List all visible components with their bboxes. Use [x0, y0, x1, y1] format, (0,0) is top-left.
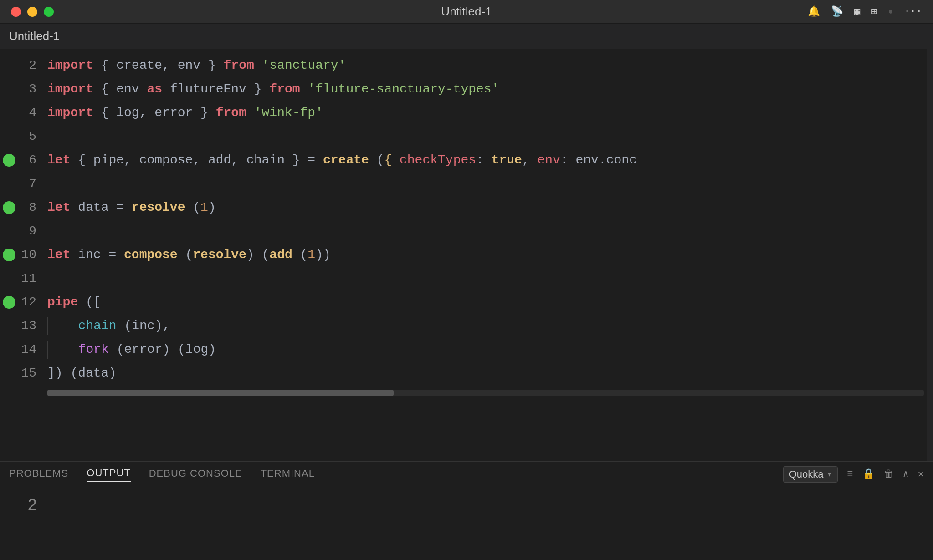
trash-icon[interactable]: 🗑 [884, 468, 894, 480]
line-number-4: 4 [15, 101, 47, 125]
token: 'sanctuary' [262, 58, 346, 72]
tab-debug-console[interactable]: DEBUG CONSOLE [149, 468, 242, 481]
token: from [269, 82, 300, 96]
token: )) [315, 248, 331, 262]
token: import [47, 58, 93, 72]
filter-icon[interactable]: ≡ [847, 468, 853, 480]
token: true [492, 153, 522, 167]
line-content-10: let inc = compose (resolve) (add (1)) [47, 243, 933, 267]
token: env [178, 58, 200, 72]
token: ) ( [246, 248, 269, 262]
line-content-2: import { create, env } from 'sanctuary' [47, 54, 933, 77]
code-line-5: 5 [0, 125, 933, 148]
token: ) [208, 200, 216, 214]
token: add [269, 248, 292, 262]
token: from [224, 58, 254, 72]
vertical-scrollbar[interactable] [927, 49, 933, 461]
token: 'fluture-sanctuary-types' [308, 82, 499, 96]
tabbar: Untitled-1 [0, 24, 933, 49]
token: , [162, 58, 178, 72]
window-title: Untitled-1 [441, 5, 492, 19]
minimize-button[interactable] [27, 7, 37, 17]
scrollbar-thumb[interactable] [47, 390, 394, 396]
code-line-10: 10let inc = compose (resolve) (add (1)) [0, 243, 933, 267]
code-line-8: 8let data = resolve (1) [0, 196, 933, 219]
code-line-14: 14 fork (error) (log) [0, 338, 933, 361]
token: let [47, 248, 70, 262]
token: create [116, 58, 162, 72]
flame-icon[interactable]: 🔔 [808, 5, 820, 18]
editor-content[interactable]: 2import { create, env } from 'sanctuary'… [0, 49, 933, 390]
line-content-14: fork (error) (log) [47, 338, 933, 361]
output-value: 2 [27, 496, 37, 515]
line-number-13: 13 [15, 314, 47, 338]
editor-area: 2import { create, env } from 'sanctuary'… [0, 49, 933, 461]
output-dropdown[interactable]: Quokka ▾ [783, 466, 838, 483]
token: } [200, 58, 223, 72]
token: checkTypes [400, 153, 476, 167]
token: let [47, 200, 70, 214]
layout-icon[interactable]: ▦ [854, 5, 860, 18]
token: } = [285, 153, 323, 167]
line-number-14: 14 [15, 338, 47, 361]
token: let [47, 153, 70, 167]
token: as [147, 82, 162, 96]
breakpoint-12[interactable] [3, 296, 15, 309]
code-line-11: 11 [0, 267, 933, 290]
token: , [139, 106, 155, 120]
token: , [124, 153, 139, 167]
close-panel-icon[interactable]: ✕ [918, 468, 924, 480]
breakpoint-6[interactable] [3, 154, 15, 167]
token: add [208, 153, 231, 167]
line-number-15: 15 [15, 361, 47, 385]
split-icon[interactable]: ⊞ [871, 5, 877, 18]
active-tab[interactable]: Untitled-1 [9, 29, 60, 43]
chevron-down-icon: ▾ [827, 469, 832, 479]
code-line-13: 13 chain (inc), [0, 314, 933, 338]
token: chain [246, 153, 285, 167]
code-line-3: 3import { env as flutureEnv } from 'flut… [0, 77, 933, 101]
horizontal-scrollbar[interactable] [47, 390, 924, 396]
code-line-6: 6let { pipe, compose, add, chain } = cre… [0, 148, 933, 172]
token: { [384, 153, 400, 167]
code-line-4: 4import { log, error } from 'wink-fp' [0, 101, 933, 125]
line-number-3: 3 [15, 77, 47, 101]
token: compose [139, 153, 193, 167]
broadcast-icon[interactable]: 📡 [831, 5, 843, 18]
chevron-up-icon[interactable]: ∧ [903, 468, 909, 480]
tab-output[interactable]: OUTPUT [87, 467, 130, 482]
line-number-11: 11 [15, 267, 47, 290]
line-number-7: 7 [15, 172, 47, 196]
token: env.conc [576, 153, 637, 167]
line-content-8: let data = resolve (1) [47, 196, 933, 219]
more-icon[interactable]: ··· [904, 6, 922, 17]
token: ( [292, 248, 308, 262]
token: data = [70, 200, 131, 214]
token: ([ [78, 295, 101, 309]
code-line-12: 12pipe ([ [0, 290, 933, 314]
breakpoint-8[interactable] [3, 201, 15, 214]
panel-tabs: PROBLEMS OUTPUT DEBUG CONSOLE TERMINAL Q… [0, 462, 933, 487]
tab-terminal[interactable]: TERMINAL [261, 468, 315, 481]
code-line-2: 2import { create, env } from 'sanctuary' [0, 54, 933, 77]
token: resolve [193, 248, 246, 262]
token: ( [178, 248, 193, 262]
titlebar-actions: 🔔 📡 ▦ ⊞ ● ··· [808, 5, 922, 18]
maximize-button[interactable] [44, 7, 54, 17]
line-content-15: ]) (data) [47, 361, 933, 385]
close-button[interactable] [11, 7, 21, 17]
token: (inc), [117, 319, 170, 333]
token: { [93, 82, 116, 96]
token: : [560, 153, 576, 167]
token: error [154, 106, 193, 120]
titlebar: Untitled-1 🔔 📡 ▦ ⊞ ● ··· [0, 0, 933, 24]
token: 1 [308, 248, 315, 262]
tab-problems[interactable]: PROBLEMS [9, 468, 68, 481]
breakpoint-10[interactable] [3, 249, 15, 261]
dropdown-label: Quokka [789, 468, 824, 480]
line-number-10: 10 [15, 243, 47, 267]
lock-icon[interactable]: 🔒 [862, 468, 875, 480]
code-line-7: 7 [0, 172, 933, 196]
token: chain [78, 319, 117, 333]
token: log [116, 106, 139, 120]
